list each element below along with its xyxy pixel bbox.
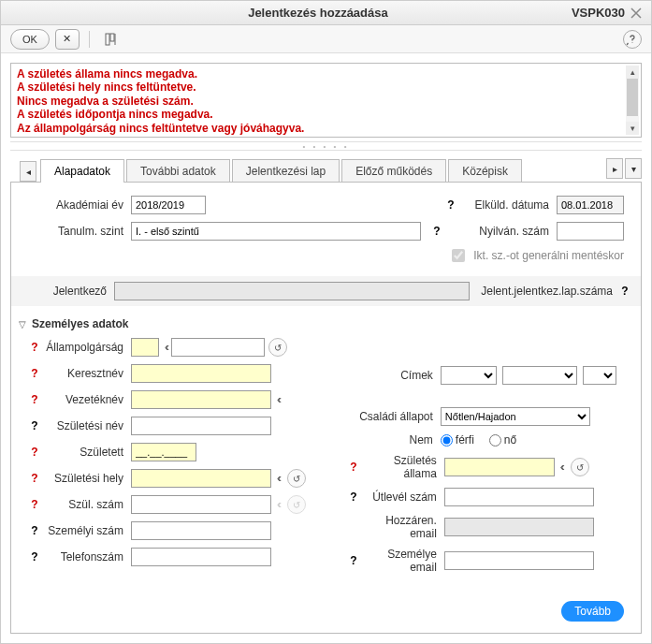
required-icon[interactable]: ?	[28, 367, 41, 380]
label-utlevel: Útlevél szám	[360, 490, 444, 504]
input-allampolg-code[interactable]	[131, 338, 159, 357]
svg-rect-0	[106, 34, 109, 45]
cancel-button[interactable]: ✕	[55, 29, 80, 50]
input-tanulm[interactable]	[131, 222, 421, 241]
input-szemelye-email[interactable]	[444, 551, 594, 570]
error-line: Nincs megadva a születési szám.	[17, 95, 624, 108]
input-szulszam[interactable]	[131, 495, 271, 514]
collapse-icon[interactable]: ▽	[19, 319, 28, 329]
label-jelentkezo: Jelentkező	[21, 285, 114, 298]
toolbar: OK ✕	[1, 25, 651, 53]
lookup-icon[interactable]: ‹‹	[275, 390, 283, 409]
label-szulallam: Születés állama	[360, 454, 444, 480]
help-icon[interactable]: ?	[347, 554, 360, 567]
titlebar: Jelentkezés hozzáadása VSPK030	[1, 1, 651, 25]
input-utlevel[interactable]	[444, 488, 594, 506]
error-panel: A születés állama nincs megadva. A szüle…	[10, 63, 642, 138]
select-cimek3[interactable]	[583, 366, 616, 385]
help-icon[interactable]: ?	[28, 524, 41, 537]
chevron-icon[interactable]: ‹‹	[275, 469, 283, 488]
chevron-icon-disabled: ‹‹	[275, 495, 283, 514]
tool-button[interactable]	[99, 29, 123, 50]
svg-rect-1	[110, 34, 114, 41]
tab-kozepisko[interactable]: Középisk	[448, 159, 522, 182]
tab-elozo[interactable]: Előző működés	[341, 159, 446, 182]
label-szulszam: Szül. szám	[41, 498, 131, 511]
reset-icon[interactable]: ↺	[268, 338, 287, 357]
close-icon[interactable]	[629, 6, 644, 21]
label-vezeteknev: Vezetéknév	[41, 393, 131, 406]
required-icon[interactable]: ?	[28, 393, 41, 406]
help-icon[interactable]	[623, 30, 642, 49]
reset-icon[interactable]: ↺	[287, 469, 306, 488]
select-cimek2[interactable]	[502, 366, 577, 385]
help-icon[interactable]: ?	[430, 225, 443, 238]
tabstrip: ◂ Alapadatok További adatok Jelentkezési…	[10, 154, 642, 183]
input-keresztnev[interactable]	[131, 364, 271, 383]
label-hozzaren-email: Hozzáren. email	[360, 514, 444, 540]
tab-tovabbi[interactable]: További adatok	[126, 159, 230, 182]
input-allampolg-name[interactable]	[171, 338, 265, 357]
input-szuletett[interactable]	[131, 443, 196, 461]
splitter[interactable]: • • • • •	[10, 141, 642, 151]
section-szemelyes[interactable]: ▽ Személyes adatok	[19, 317, 624, 330]
tab-scroll-left[interactable]: ◂	[20, 161, 36, 182]
label-szulnev: Születési név	[41, 419, 131, 432]
reset-icon-disabled: ↺	[287, 495, 306, 514]
input-nyilvan[interactable]	[557, 222, 624, 241]
window-code: VSPK030	[572, 6, 625, 20]
input-szulallam[interactable]	[444, 458, 555, 476]
input-akademiai[interactable]	[131, 196, 206, 214]
required-icon[interactable]: ?	[28, 498, 41, 511]
input-szulnev[interactable]	[131, 417, 271, 435]
label-ikt: Ikt. sz.-ot generálni mentéskor	[473, 249, 624, 262]
radio-no[interactable]: nő	[489, 433, 516, 446]
label-elkuld: Elküld. dátuma	[472, 198, 557, 212]
panel-alapadatok: Akadémiai év ? Elküld. dátuma Tanulm. sz…	[10, 183, 642, 634]
help-icon[interactable]: ?	[347, 490, 360, 504]
next-button[interactable]: Tovább	[561, 601, 624, 622]
input-szulhely[interactable]	[131, 469, 271, 488]
label-cimek: Címek	[347, 369, 441, 382]
label-szemelye-email: Személye email	[360, 548, 444, 574]
chevron-icon[interactable]: ‹‹	[558, 458, 567, 476]
help-icon[interactable]: ?	[28, 550, 41, 564]
required-icon[interactable]: ?	[347, 461, 360, 474]
input-hozzaren-email	[444, 518, 594, 536]
tab-alapadatok[interactable]: Alapadatok	[40, 159, 124, 183]
scroll-up-icon[interactable]: ▴	[626, 66, 639, 79]
label-szuletett: Született	[41, 446, 131, 459]
tab-dropdown[interactable]: ▾	[625, 158, 642, 179]
label-jelentkez-szam: Jelent.jelentkez.lap.száma	[481, 285, 613, 298]
radio-ferfi[interactable]: férfi	[441, 433, 474, 446]
required-icon[interactable]: ?	[28, 446, 41, 459]
label-telefon: Telefonszám	[41, 550, 131, 564]
help-icon[interactable]: ?	[618, 285, 631, 298]
label-allampolg: Állampolgárság	[41, 341, 131, 354]
scroll-thumb[interactable]	[627, 79, 638, 116]
section-title: Személyes adatok	[32, 317, 128, 330]
input-szemelyiszam[interactable]	[131, 521, 271, 540]
required-icon[interactable]: ?	[28, 341, 41, 354]
ok-button[interactable]: OK	[10, 29, 50, 50]
help-icon[interactable]: ?	[444, 198, 457, 212]
input-elkuld	[557, 196, 624, 214]
scrollbar[interactable]: ▴ ▾	[626, 66, 639, 135]
tab-jelentkezesi[interactable]: Jelentkezési lap	[232, 159, 340, 182]
label-szulhely: Születési hely	[41, 472, 131, 485]
required-icon[interactable]: ?	[28, 472, 41, 485]
label-szemelyiszam: Személyi szám	[41, 524, 131, 537]
input-vezeteknev[interactable]	[131, 390, 271, 409]
tab-scroll-right[interactable]: ▸	[606, 158, 623, 179]
error-line: A születés időpontja nincs megadva.	[17, 108, 624, 121]
select-cimek1[interactable]	[441, 366, 497, 385]
select-csalad[interactable]: Nőtlen/Hajadon	[441, 407, 590, 426]
label-csalad: Családi állapot	[347, 410, 441, 423]
help-icon[interactable]: ?	[28, 419, 41, 432]
reset-icon[interactable]: ↺	[571, 458, 589, 476]
lookup-icon[interactable]: ‹‹	[163, 338, 171, 357]
scroll-down-icon[interactable]: ▾	[626, 122, 639, 135]
error-line: Az állampolgárság nincs feltüntetve vagy…	[17, 122, 624, 135]
input-telefon[interactable]	[131, 548, 271, 566]
label-akademiai: Akadémiai év	[28, 198, 131, 212]
